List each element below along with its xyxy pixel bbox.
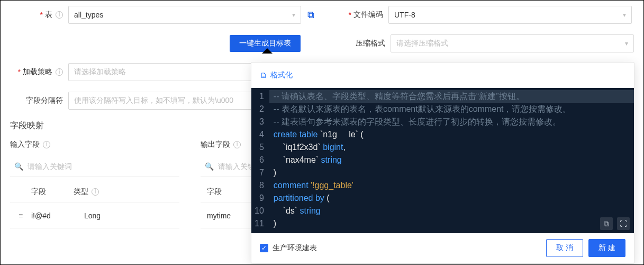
popover-arrow [262,48,273,54]
info-icon: i [92,188,99,196]
input-search[interactable]: 🔍 [10,156,179,177]
highlighted-line [269,90,634,103]
head-type: 类型i [74,187,137,197]
format-label: 格式化 [270,70,293,80]
input-fields-label: 输入字段i [10,140,179,149]
load-strategy-label: *加载策略i [10,67,68,77]
encoding-select[interactable]: UTF-8 ▾ [388,6,632,24]
search-icon: 🔍 [205,162,214,171]
cell-out-field: mytime [207,211,231,220]
compress-label: 压缩格式 [338,39,391,48]
head-field: 字段 [10,187,74,197]
table-label: *表i [10,10,68,20]
table-row: ≡ i!@#d Long [10,202,179,229]
fullscreen-icon[interactable]: ⛶ [617,217,630,230]
info-icon: i [43,141,50,148]
prod-env-checkbox[interactable]: ✓ 生产环境建表 [260,243,317,253]
delimiter-label: 字段分隔符 [10,96,68,105]
cancel-button[interactable]: 取 消 [546,239,583,257]
encoding-label: *文件编码 [335,10,388,20]
cell-field: i!@#d [31,211,84,220]
chevron-down-icon: ▾ [292,11,295,19]
search-icon: 🔍 [14,162,23,171]
table-select[interactable]: all_types ▾ [68,6,301,24]
copy-icon[interactable]: ⧉ [307,10,314,21]
format-button[interactable]: 🗎 格式化 [260,70,293,80]
compress-select[interactable]: 请选择压缩格式 ▾ [391,34,634,52]
load-strategy-placeholder: 请选择加载策略 [74,67,126,77]
info-icon: i [233,141,241,148]
input-search-field[interactable] [28,162,175,171]
table-select-value: all_types [74,11,103,19]
copy-code-icon[interactable]: ⧉ [600,217,613,230]
line-gutter: 1234567891011 [251,88,269,233]
create-table-popover: 🗎 格式化 1234567891011 -- 请确认表名、字段类型、精度等符合您… [251,62,634,263]
checkbox-checked-icon: ✓ [260,244,268,252]
create-button[interactable]: 新 建 [588,239,625,257]
popover-footer: ✓ 生产环境建表 取 消 新 建 [251,233,634,263]
chevron-down-icon: ▾ [623,11,626,19]
compress-placeholder: 请选择压缩格式 [396,39,448,48]
info-icon: i [56,68,63,76]
encoding-select-value: UTF-8 [394,11,415,19]
sql-editor[interactable]: 1234567891011 -- 请确认表名、字段类型、精度等符合您需求后再点击… [251,88,634,233]
cell-type: Long [84,211,148,220]
popover-toolbar: 🗎 格式化 [251,63,634,88]
input-table-header: 字段 类型i [10,181,179,202]
code-area[interactable]: -- 请确认表名、字段类型、精度等符合您需求后再点击“新建”按钮。 -- 表名默… [269,88,634,233]
chevron-down-icon: ▾ [625,40,628,47]
document-icon: 🗎 [260,71,267,80]
delimiter-placeholder: 使用该分隔符写入目标，如不填写，默认为\u000 [74,96,233,105]
drag-handle-icon[interactable]: ≡ [10,211,31,220]
info-icon: i [56,11,63,19]
checkbox-label: 生产环境建表 [273,243,317,253]
